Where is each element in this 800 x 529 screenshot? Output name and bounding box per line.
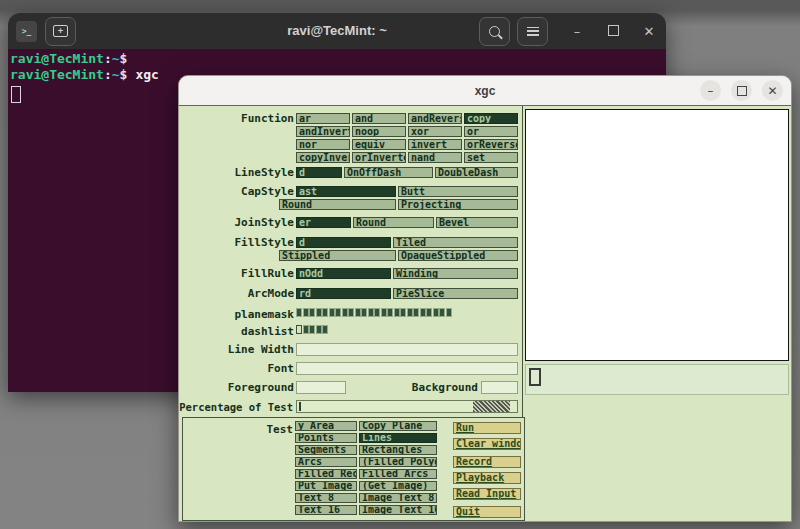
background-input[interactable]	[481, 381, 518, 394]
planemask-bit[interactable]	[439, 308, 445, 317]
planemask-bit[interactable]	[413, 308, 419, 317]
linestyle-option-onoffdash[interactable]: OnOffDash	[344, 167, 433, 178]
capstyle-option-ast[interactable]: ast	[296, 186, 396, 197]
menu-button[interactable]	[517, 17, 548, 46]
arcmode-option-rd[interactable]: rd	[296, 288, 391, 299]
linestyle-option-d[interactable]: d	[296, 167, 342, 178]
fillstyle-option-tiled[interactable]: Tiled	[393, 237, 518, 248]
function-option-nand[interactable]: nand	[408, 152, 462, 163]
slider-thumb[interactable]	[473, 401, 510, 412]
test-option-lines[interactable]: Lines	[359, 433, 437, 443]
dashlist-bits[interactable]	[296, 325, 328, 334]
xgc-close-button[interactable]: ✕	[762, 80, 783, 101]
test-option-y-area[interactable]: y Area	[295, 421, 357, 431]
xgc-minimize-button[interactable]: –	[700, 80, 721, 101]
planemask-bit[interactable]	[407, 308, 413, 317]
terminal-titlebar[interactable]: >_ + ravi@TecMint: ~ – ✕	[8, 13, 666, 49]
line-width-input[interactable]	[296, 343, 518, 356]
planemask-bit[interactable]	[394, 308, 400, 317]
planemask-bit[interactable]	[303, 308, 309, 317]
record-button[interactable]: Record	[453, 456, 521, 468]
function-option-ar[interactable]: ar	[296, 113, 350, 124]
planemask-bit[interactable]	[335, 308, 341, 317]
planemask-bit[interactable]	[322, 308, 328, 317]
test-option-put-image[interactable]: Put Image	[295, 481, 357, 491]
function-option-copy[interactable]: copy	[464, 113, 518, 124]
planemask-bit[interactable]	[387, 308, 393, 317]
function-option-equiv[interactable]: equiv	[352, 139, 406, 150]
arcmode-option-pieslice[interactable]: PieSlice	[393, 288, 518, 299]
function-option-or[interactable]: or	[464, 126, 518, 137]
playback-button[interactable]: Playback	[453, 472, 521, 484]
planemask-bit[interactable]	[342, 308, 348, 317]
planemask-bit[interactable]	[381, 308, 387, 317]
function-option-orreverse[interactable]: orReverse	[464, 139, 518, 150]
test-option-arcs[interactable]: Arcs	[295, 457, 357, 467]
planemask-bit[interactable]	[316, 308, 322, 317]
dashlist-bit[interactable]	[309, 325, 315, 334]
test-option-filled-arcs[interactable]: Filled Arcs	[359, 469, 437, 479]
dashlist-bit[interactable]	[296, 325, 302, 334]
capstyle-option-butt[interactable]: Butt	[398, 186, 518, 197]
planemask-bits[interactable]	[296, 308, 452, 317]
function-option-nor[interactable]: nor	[296, 139, 350, 150]
xgc-maximize-button[interactable]	[731, 80, 752, 101]
planemask-bit[interactable]	[426, 308, 432, 317]
search-button[interactable]	[479, 17, 510, 46]
planemask-bit[interactable]	[348, 308, 354, 317]
test-option-copy-plane[interactable]: Copy Plane	[359, 421, 437, 431]
planemask-bit[interactable]	[361, 308, 367, 317]
function-option-set[interactable]: set	[464, 152, 518, 163]
test-option-image-text-16[interactable]: Image Text 16	[359, 505, 437, 515]
terminal-close-button[interactable]: ✕	[642, 24, 656, 39]
planemask-bit[interactable]	[446, 308, 452, 317]
planemask-bit[interactable]	[296, 308, 302, 317]
capstyle-option-round[interactable]: Round	[279, 199, 396, 210]
test-option-image-text-8[interactable]: Image Text 8	[359, 493, 437, 503]
planemask-bit[interactable]	[374, 308, 380, 317]
dashlist-bit[interactable]	[303, 325, 309, 334]
test-option-rectangles[interactable]: Rectangles	[359, 445, 437, 455]
function-option-noop[interactable]: noop	[352, 126, 406, 137]
planemask-bit[interactable]	[400, 308, 406, 317]
run-button[interactable]: Run	[453, 422, 521, 434]
xgc-titlebar[interactable]: xgc – ✕	[179, 76, 791, 106]
planemask-bit[interactable]	[329, 308, 335, 317]
read-input-button[interactable]: Read Input	[453, 488, 521, 500]
foreground-input[interactable]	[296, 381, 346, 394]
function-option-and[interactable]: and	[352, 113, 406, 124]
joinstyle-option-round[interactable]: Round	[353, 217, 434, 228]
percentage-slider[interactable]	[296, 400, 518, 413]
function-option-invert[interactable]: invert	[408, 139, 462, 150]
function-option-copyinver[interactable]: copyInver	[296, 152, 350, 163]
fillrule-option-winding[interactable]: Winding	[393, 268, 518, 279]
test-option-filled-rectan[interactable]: Filled Rectan	[295, 469, 357, 479]
joinstyle-option-er[interactable]: er	[296, 217, 351, 228]
fillrule-option-nodd[interactable]: nOdd	[296, 268, 391, 279]
planemask-bit[interactable]	[420, 308, 426, 317]
capstyle-option-projecting[interactable]: Projecting	[398, 199, 518, 210]
dashlist-bit[interactable]	[316, 325, 322, 334]
function-option-andinvert[interactable]: andInvert	[296, 126, 350, 137]
test-option-filled-polyg[interactable]: (Filled Polyg	[359, 457, 437, 467]
test-option-text-16[interactable]: Text 16	[295, 505, 357, 515]
quit-button[interactable]: Quit	[453, 506, 521, 518]
planemask-bit[interactable]	[309, 308, 315, 317]
function-option-xor[interactable]: xor	[408, 126, 462, 137]
font-input[interactable]	[296, 362, 518, 375]
function-option-andrevers[interactable]: andRevers	[408, 113, 462, 124]
dashlist-bit[interactable]	[322, 325, 328, 334]
test-option-points[interactable]: Points	[295, 433, 357, 443]
fillstyle-option-stippled[interactable]: Stippled	[279, 250, 396, 261]
test-option-get-image[interactable]: (Get Image)	[359, 481, 437, 491]
fillstyle-option-d[interactable]: d	[296, 237, 391, 248]
test-option-segments[interactable]: Segments	[295, 445, 357, 455]
function-option-orinverte[interactable]: orInverte	[352, 152, 406, 163]
clear-windo-button[interactable]: Clear windo	[453, 438, 521, 450]
planemask-bit[interactable]	[433, 308, 439, 317]
terminal-minimize-button[interactable]: –	[570, 24, 584, 39]
linestyle-option-doubledash[interactable]: DoubleDash	[435, 167, 518, 178]
planemask-bit[interactable]	[355, 308, 361, 317]
fillstyle-option-opaquestippled[interactable]: OpaqueStippled	[398, 250, 518, 261]
planemask-bit[interactable]	[368, 308, 374, 317]
